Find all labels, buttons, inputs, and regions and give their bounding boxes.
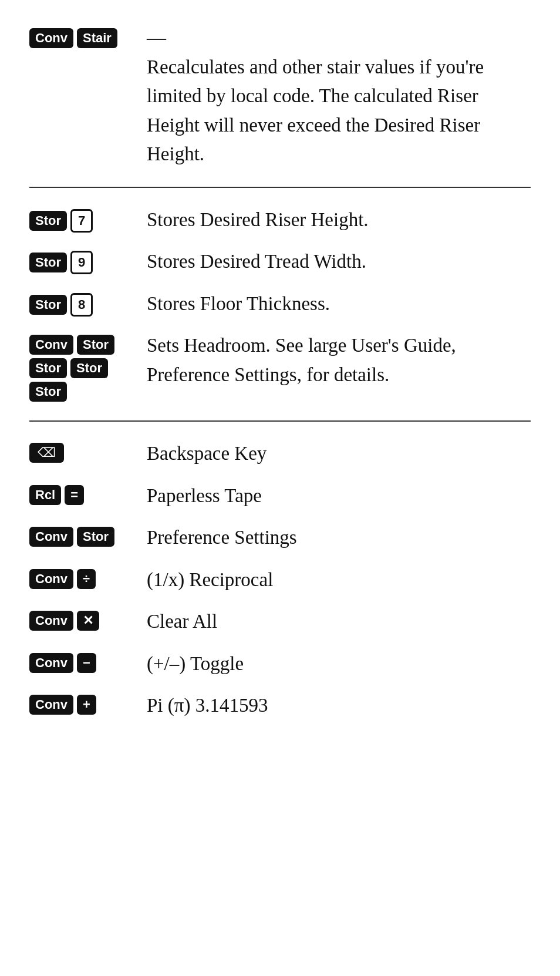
stor-key-h1: Stor [77, 335, 114, 355]
stor7-desc: Stores Desired Riser Height. [147, 206, 531, 235]
rcl-minus-row: Rcl = Paperless Tape [29, 482, 531, 511]
header-description: — Recalculates and other stair values if… [147, 23, 531, 169]
rcl-minus-desc: Paperless Tape [147, 482, 531, 511]
backspace-keys: ⌫ [29, 439, 135, 463]
rcl-key: Rcl [29, 485, 61, 505]
stor8-row: Stor 8 Stores Floor Thickness. [29, 290, 531, 319]
stor8-keys: Stor 8 [29, 290, 135, 317]
key-8: 8 [70, 293, 93, 317]
conv-plus-row: Conv + Pi (π) 3.141593 [29, 691, 531, 721]
headroom-keys-line3: Stor [29, 382, 68, 402]
headroom-keys-line1: Conv Stor [29, 335, 116, 355]
stor-key-7: Stor [29, 211, 67, 231]
stor9-keys: Stor 9 [29, 247, 135, 274]
divider-1 [29, 187, 531, 188]
headroom-row: Conv Stor Stor Stor Stor Sets Headroom. … [29, 331, 531, 403]
conv-x-keys: Conv ✕ [29, 607, 135, 631]
conv-key-ps: Conv [29, 527, 73, 547]
conv-minus-keys: Conv − [29, 649, 135, 673]
stor-key-8: Stor [29, 295, 67, 315]
conv-key-div: Conv [29, 569, 73, 589]
conv-key: Conv [29, 28, 73, 48]
conv-key-x: Conv [29, 611, 73, 631]
conv-stor-keys: Conv Stor [29, 523, 135, 547]
stor-key-h2b: Stor [70, 358, 108, 378]
backspace-desc: Backspace Key [147, 439, 531, 469]
conv-plus-desc: Pi (π) 3.141593 [147, 691, 531, 721]
header-section: Conv Stair — Recalculates and other stai… [29, 23, 531, 169]
header-desc-text: Recalculates and other stair values if y… [147, 56, 484, 165]
conv-div-row: Conv ÷ (1/x) Reciprocal [29, 566, 531, 595]
backspace-row: ⌫ Backspace Key [29, 439, 531, 469]
stor9-desc: Stores Desired Tread Width. [147, 247, 531, 277]
stor-key-9: Stor [29, 253, 67, 272]
dash-label: — [147, 27, 166, 48]
conv-minus-desc: (+/–) Toggle [147, 649, 531, 679]
header-keys: Conv Stair [29, 23, 135, 48]
key-9: 9 [70, 251, 93, 274]
stor-key-h3: Stor [29, 382, 67, 402]
conv-x-desc: Clear All [147, 607, 531, 637]
stor-key-h2a: Stor [29, 358, 67, 378]
stor8-desc: Stores Floor Thickness. [147, 290, 531, 319]
backspace-key-icon: ⌫ [29, 443, 64, 463]
stor7-keys: Stor 7 [29, 206, 135, 233]
conv-plus-keys: Conv + [29, 691, 135, 715]
div-key: ÷ [77, 569, 96, 589]
conv-x-row: Conv ✕ Clear All [29, 607, 531, 637]
conv-div-desc: (1/x) Reciprocal [147, 566, 531, 595]
conv-key-plus: Conv [29, 695, 73, 715]
x-key: ✕ [77, 611, 99, 631]
stor-key-ps: Stor [77, 527, 114, 547]
headroom-desc: Sets Headroom. See large User's Guide, P… [147, 331, 531, 389]
divider-2 [29, 420, 531, 422]
rcl-minus-keys: Rcl = [29, 482, 135, 505]
stor7-row: Stor 7 Stores Desired Riser Height. [29, 206, 531, 235]
conv-stor-row: Conv Stor Preference Settings [29, 523, 531, 553]
plus-key: + [77, 695, 96, 715]
headroom-keys-line2: Stor Stor [29, 358, 109, 378]
stor9-row: Stor 9 Stores Desired Tread Width. [29, 247, 531, 277]
headroom-keys: Conv Stor Stor Stor Stor [29, 331, 135, 403]
minus-key: − [77, 653, 96, 673]
conv-div-keys: Conv ÷ [29, 566, 135, 589]
conv-stor-desc: Preference Settings [147, 523, 531, 553]
conv-minus-row: Conv − (+/–) Toggle [29, 649, 531, 679]
equals-key: = [65, 485, 84, 505]
conv-key-h1: Conv [29, 335, 73, 355]
key-7: 7 [70, 209, 93, 233]
stair-key: Stair [77, 28, 117, 48]
conv-key-minus: Conv [29, 653, 73, 673]
